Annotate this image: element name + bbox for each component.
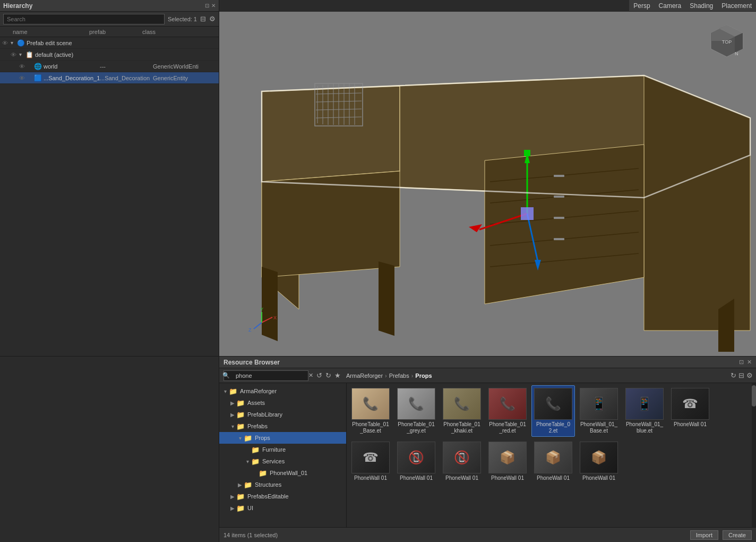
rb-filter-btn[interactable]: ⊟ — [738, 371, 744, 379]
asset-item-a12[interactable]: 📦 PhoneWall 01 — [486, 439, 529, 484]
visibility-icon[interactable]: 👁 — [19, 75, 28, 81]
asset-name: PhoneWall 01 — [674, 421, 707, 428]
item-class: GenericWorldEnti — [153, 63, 217, 70]
breadcrumb-props[interactable]: Props — [415, 372, 432, 379]
svg-marker-4 — [485, 145, 644, 304]
rb-import-button[interactable]: Import — [690, 530, 718, 540]
rb-scrollbar-track[interactable] — [752, 383, 756, 527]
rb-tree-item-t8[interactable]: 📁 PhoneWall_01 — [219, 467, 346, 479]
asset-item-a13[interactable]: 📦 PhoneWall 01 — [531, 439, 575, 484]
asset-thumbnail: ☎ — [351, 442, 390, 473]
asset-item-a11[interactable]: 📵 PhoneWall 01 — [440, 439, 484, 484]
rb-tree: ▾ 📁 ArmaReforger ▶ 📁 Assets ▶ 📁 PrefabLi… — [219, 383, 347, 527]
rb-tree-item-t1[interactable]: ▾ 📁 ArmaReforger — [219, 385, 346, 397]
asset-thumb-icon: 📵 — [454, 450, 470, 465]
asset-item-a7[interactable]: 📱 PhoneWall_01_blue.et — [623, 385, 666, 437]
rb-clear-btn[interactable]: ✕ — [308, 372, 313, 379]
tree-arrow: ▶ — [236, 482, 244, 488]
asset-item-a3[interactable]: 📞 PhoneTable_01_khaki.et — [440, 385, 484, 437]
hierarchy-icon2[interactable]: ✕ — [211, 3, 216, 9]
menu-persp[interactable]: Persp — [633, 2, 650, 10]
asset-item-a9[interactable]: ☎ PhoneWall 01 — [349, 439, 392, 484]
hierarchy-row[interactable]: 👁 🟦 ...Sand_Decoration_1 ...Sand_Decorat… — [0, 72, 219, 84]
rb-tree-item-t6[interactable]: 📁 Furniture — [219, 444, 346, 455]
hierarchy-icon1[interactable]: ⊡ — [205, 3, 209, 9]
visibility-icon[interactable]: 👁 — [2, 40, 11, 46]
svg-marker-3 — [644, 75, 750, 331]
asset-thumb-icon: 📱 — [591, 396, 607, 411]
hierarchy-row[interactable]: 👁 ▾ 📋 default (active) — [0, 49, 219, 61]
rb-tree-item-t7[interactable]: ▾ 📁 Services — [219, 455, 346, 467]
asset-item-a10[interactable]: 📵 PhoneWall 01 — [394, 439, 438, 484]
rb-minimize-btn[interactable]: ⊡ — [739, 359, 744, 366]
folder-icon: 📁 — [251, 446, 261, 454]
rb-settings-btn[interactable]: ⚙ — [746, 371, 753, 379]
viewport[interactable]: TOP N X Y Z — [219, 12, 756, 356]
rb-tree-item-t9[interactable]: ▶ 📁 Structures — [219, 479, 346, 490]
hierarchy-row[interactable]: 👁 ▾ 🔵 Prefab edit scene — [0, 37, 219, 49]
menu-placement[interactable]: Placement — [721, 2, 752, 10]
hierarchy-title: Hierarchy — [3, 2, 205, 10]
rb-back-btn[interactable]: ↺ — [316, 371, 322, 379]
rb-tree-item-t5[interactable]: ▾ 📁 Props — [219, 432, 346, 444]
svg-text:Y: Y — [260, 307, 263, 312]
asset-item-a2[interactable]: 📞 PhoneTable_01_grey.et — [394, 385, 438, 437]
asset-item-a4[interactable]: 📞 PhoneTable_01_red.et — [486, 385, 529, 437]
asset-item-a1[interactable]: 📞 PhoneTable_01_Base.et — [349, 385, 392, 437]
rb-tree-item-t10[interactable]: ▶ 📁 PrefabsEditable — [219, 490, 346, 502]
hierarchy-title-icons: ⊡ ✕ — [205, 3, 216, 9]
rb-tree-item-t2[interactable]: ▶ 📁 Assets — [219, 397, 346, 409]
hierarchy-filter-btn[interactable]: ⊟ — [200, 15, 206, 23]
hierarchy-row[interactable]: 👁 🌐 world --- GenericWorldEnti — [0, 61, 219, 72]
rb-tree-item-t11[interactable]: ▶ 📁 UI — [219, 502, 346, 514]
hierarchy-toolbar: Selected: 1 ⊟ ⚙ — [0, 12, 219, 27]
hierarchy-title-bar: Hierarchy ⊡ ✕ — [0, 0, 219, 12]
asset-item-a5[interactable]: 📞 PhoneTable_02.et — [531, 385, 575, 437]
item-type-icon: 🟦 — [34, 74, 44, 82]
breadcrumb-armareforger[interactable]: ArmaReforger — [346, 372, 383, 379]
folder-icon: 📁 — [244, 481, 253, 489]
svg-line-46 — [262, 317, 272, 323]
hierarchy-settings-btn[interactable]: ⚙ — [209, 15, 216, 23]
rb-actions: ↻ ⊟ ⚙ — [731, 371, 753, 379]
rb-tree-item-t3[interactable]: ▶ 📁 PrefabLibrary — [219, 409, 346, 420]
asset-thumbnail: 📦 — [580, 442, 618, 473]
svg-rect-39 — [524, 150, 530, 156]
asset-item-a8[interactable]: ☎ PhoneWall 01 — [668, 385, 712, 437]
expand-arrow[interactable]: ▾ — [19, 52, 25, 57]
folder-icon: 📁 — [236, 504, 246, 512]
hierarchy-rows: 👁 ▾ 🔵 Prefab edit scene 👁 ▾ 📋 default (a… — [0, 37, 219, 84]
asset-thumbnail: 📞 — [443, 388, 481, 420]
breadcrumb-prefabs[interactable]: Prefabs — [389, 372, 409, 379]
tree-item-label: Services — [262, 458, 285, 464]
viewport-gizmo[interactable]: TOP N — [708, 22, 740, 54]
rb-create-button[interactable]: Create — [723, 530, 752, 540]
folder-icon: 📁 — [244, 434, 253, 442]
rb-refresh-btn[interactable]: ↻ — [731, 371, 736, 379]
svg-rect-11 — [554, 196, 564, 198]
hierarchy-columns: name prefab class — [0, 27, 219, 37]
visibility-icon[interactable]: 👁 — [19, 63, 28, 70]
asset-name: PhoneWall 01 — [354, 475, 387, 481]
tree-item-label: UI — [247, 505, 253, 511]
asset-item-a14[interactable]: 📦 PhoneWall 01 — [577, 439, 621, 484]
rb-title-bar: Resource Browser ⊡ ✕ — [219, 357, 756, 368]
rb-star-btn[interactable]: ★ — [334, 371, 341, 379]
menu-shading[interactable]: Shading — [690, 2, 713, 10]
viewport-menubar: Persp Camera Shading Placement — [629, 0, 756, 12]
svg-text:Z: Z — [248, 327, 252, 333]
rb-tree-item-t4[interactable]: ▾ 📁 Prefabs — [219, 420, 346, 432]
menu-camera[interactable]: Camera — [659, 2, 682, 10]
visibility-icon[interactable]: 👁 — [11, 52, 19, 58]
hierarchy-search-input[interactable] — [3, 14, 165, 24]
asset-item-a6[interactable]: 📱 PhoneWall_01_Base.et — [577, 385, 621, 437]
rb-scrollbar-thumb[interactable] — [752, 385, 756, 406]
tree-arrow: ▶ — [229, 505, 236, 511]
folder-icon: 📁 — [259, 469, 268, 477]
rb-forward-btn[interactable]: ↻ — [325, 371, 331, 379]
expand-arrow[interactable]: ▾ — [11, 40, 17, 46]
rb-search-icon: 🔍 — [222, 372, 230, 379]
rb-search-input[interactable] — [224, 370, 308, 381]
rb-close-btn[interactable]: ✕ — [747, 359, 752, 366]
asset-thumb-icon: 📦 — [545, 450, 561, 465]
